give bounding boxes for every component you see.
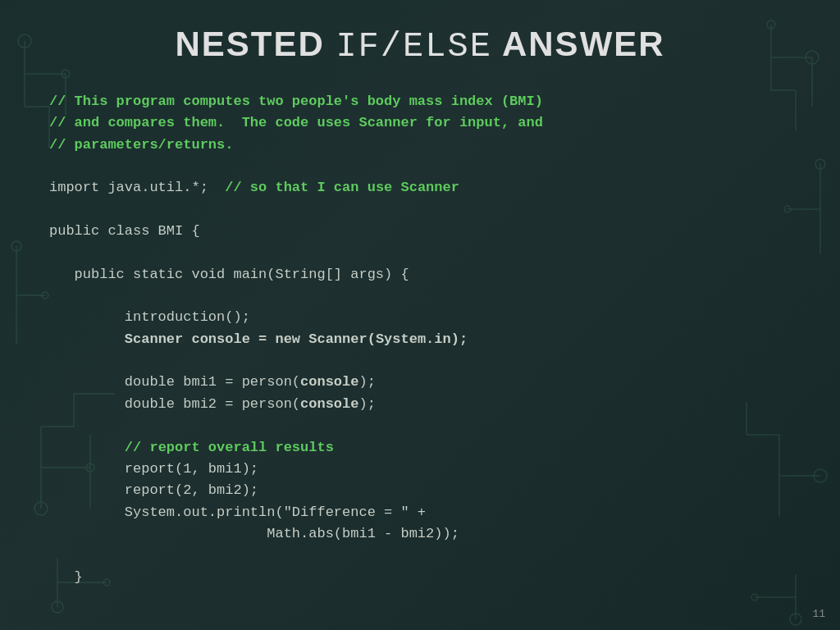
title-code: IF/ELSE (336, 27, 491, 66)
title-prefix: NESTED (175, 25, 336, 63)
code-block: // This program computes two people's bo… (49, 91, 791, 588)
scanner-line: Scanner console = new Scanner(System.in)… (125, 331, 468, 347)
import-comment: // so that I can use Scanner (225, 180, 459, 195)
comment-line-3: // parameters/returns. (49, 137, 233, 153)
slide-title: NESTED IF/ELSE ANSWER (49, 25, 791, 66)
comment-line-2: // and compares them. The code uses Scan… (49, 115, 543, 130)
comment-line-1: // This program computes two people's bo… (49, 94, 543, 109)
code-content: // This program computes two people's bo… (49, 91, 791, 588)
title-suffix: ANSWER (492, 25, 665, 63)
bmi2-console: console (300, 396, 358, 412)
bmi1-console: console (300, 374, 358, 390)
report-comment: // report overall results (125, 440, 334, 455)
